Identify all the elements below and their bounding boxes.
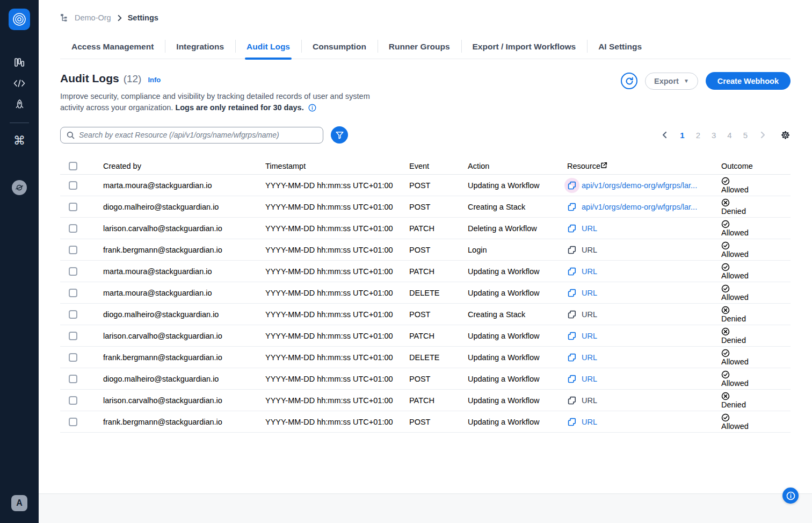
tab-consumption[interactable]: Consumption: [301, 37, 378, 59]
resource-link[interactable]: api/v1/orgs/demo-org/wfgrps/lar...: [582, 203, 697, 211]
copy-resource-icon[interactable]: [567, 267, 577, 276]
resource-link[interactable]: URL: [582, 267, 597, 276]
outcome-badge: Allowed: [721, 413, 791, 431]
resource-link[interactable]: URL: [582, 289, 597, 297]
copy-resource-icon[interactable]: [567, 331, 577, 341]
timestamp-link[interactable]: YYYY-MM-DD hh:mm:ss UTC+01:00: [257, 332, 401, 340]
copy-resource-icon[interactable]: [567, 181, 577, 190]
column-header-resource[interactable]: Resource: [559, 162, 713, 170]
search-input[interactable]: [79, 131, 317, 139]
created-by-link[interactable]: larison.carvalho@stackguardian.io: [95, 224, 257, 233]
breadcrumb-org[interactable]: Demo-Org: [75, 13, 111, 22]
tab-integrations[interactable]: Integrations: [165, 37, 235, 59]
row-checkbox[interactable]: [69, 375, 77, 383]
timestamp-link[interactable]: YYYY-MM-DD hh:mm:ss UTC+01:00: [257, 224, 401, 233]
created-by-link[interactable]: frank.bergmann@stackguardian.io: [95, 246, 257, 254]
pagination-page-1[interactable]: 1: [680, 131, 684, 140]
rocket-icon[interactable]: [13, 98, 26, 111]
row-checkbox[interactable]: [69, 289, 77, 297]
copy-resource-icon[interactable]: [567, 417, 577, 427]
created-by-link[interactable]: diogo.malheiro@stackguardian.io: [95, 310, 257, 319]
created-by-link[interactable]: marta.moura@stackguardian.io: [95, 181, 257, 190]
copy-resource-icon[interactable]: [567, 396, 577, 405]
timestamp-link[interactable]: YYYY-MM-DD hh:mm:ss UTC+01:00: [257, 289, 401, 297]
timestamp-link[interactable]: YYYY-MM-DD hh:mm:ss UTC+01:00: [257, 396, 401, 405]
tab-export-import-workflows[interactable]: Export / Import Workflows: [461, 37, 588, 59]
user-avatar[interactable]: A: [11, 495, 27, 511]
created-by-link[interactable]: larison.carvalho@stackguardian.io: [95, 332, 257, 340]
help-info-button[interactable]: [782, 488, 799, 504]
copy-resource-icon[interactable]: [567, 374, 577, 384]
tab-runner-groups[interactable]: Runner Groups: [378, 37, 461, 59]
created-by-link[interactable]: frank.bergmann@stackguardian.io: [95, 418, 257, 426]
row-checkbox[interactable]: [69, 203, 77, 211]
tab-ai-settings[interactable]: AI Settings: [587, 37, 653, 59]
resource-link[interactable]: URL: [582, 353, 597, 362]
copy-resource-icon[interactable]: [567, 202, 577, 212]
resource-link[interactable]: URL: [582, 224, 597, 233]
column-header-event[interactable]: Event: [401, 162, 459, 170]
timestamp-link[interactable]: YYYY-MM-DD hh:mm:ss UTC+01:00: [257, 375, 401, 383]
created-by-link[interactable]: larison.carvalho@stackguardian.io: [95, 396, 257, 405]
resource-link[interactable]: URL: [582, 332, 597, 340]
code-icon[interactable]: [13, 77, 26, 90]
column-header-outcome[interactable]: Outcome: [713, 162, 791, 170]
column-header-action[interactable]: Action: [459, 162, 559, 170]
refresh-button[interactable]: [621, 73, 637, 89]
copy-resource-icon[interactable]: [567, 353, 577, 362]
copy-resource-icon[interactable]: [567, 310, 577, 319]
row-checkbox[interactable]: [69, 181, 77, 190]
timestamp-link[interactable]: YYYY-MM-DD hh:mm:ss UTC+01:00: [257, 353, 401, 362]
row-checkbox[interactable]: [69, 396, 77, 405]
outcome-label: Allowed: [721, 271, 749, 280]
app-logo[interactable]: [9, 9, 30, 30]
row-checkbox[interactable]: [69, 267, 77, 276]
row-checkbox[interactable]: [69, 246, 77, 254]
pagination-next-icon[interactable]: [759, 131, 766, 139]
column-header-timestamp[interactable]: Timestampt: [257, 162, 401, 170]
resource-link[interactable]: URL: [582, 310, 597, 319]
timestamp-link[interactable]: YYYY-MM-DD hh:mm:ss UTC+01:00: [257, 267, 401, 276]
resource-link[interactable]: api/v1/orgs/demo-org/wfgrps/lar...: [582, 181, 697, 190]
created-by-link[interactable]: diogo.malheiro@stackguardian.io: [95, 203, 257, 211]
pagination-prev-icon[interactable]: [661, 131, 669, 139]
column-header-created-by[interactable]: Created by: [95, 162, 257, 170]
timestamp-link[interactable]: YYYY-MM-DD hh:mm:ss UTC+01:00: [257, 246, 401, 254]
resource-link[interactable]: URL: [582, 246, 597, 254]
created-by-link[interactable]: frank.bergmann@stackguardian.io: [95, 353, 257, 362]
copy-resource-icon[interactable]: [567, 288, 577, 298]
table-settings-gear-icon[interactable]: [780, 130, 791, 140]
filter-button[interactable]: [331, 126, 348, 144]
pagination-page-5[interactable]: 5: [743, 131, 748, 140]
retention-info-icon[interactable]: [308, 104, 316, 112]
copy-resource-icon[interactable]: [567, 245, 577, 255]
row-checkbox[interactable]: [69, 332, 77, 340]
create-webhook-button[interactable]: Create Webhook: [706, 72, 791, 90]
pagination-page-2[interactable]: 2: [696, 131, 700, 140]
tab-audit-logs[interactable]: Audit Logs: [235, 37, 301, 59]
row-checkbox[interactable]: [69, 353, 77, 362]
row-checkbox[interactable]: [69, 418, 77, 426]
info-link[interactable]: Info: [148, 76, 161, 84]
created-by-link[interactable]: marta.moura@stackguardian.io: [95, 267, 257, 276]
resource-link[interactable]: URL: [582, 396, 597, 405]
row-checkbox[interactable]: [69, 310, 77, 319]
timestamp-link[interactable]: YYYY-MM-DD hh:mm:ss UTC+01:00: [257, 203, 401, 211]
timestamp-link[interactable]: YYYY-MM-DD hh:mm:ss UTC+01:00: [257, 181, 401, 190]
row-checkbox[interactable]: [69, 224, 77, 233]
created-by-link[interactable]: marta.moura@stackguardian.io: [95, 289, 257, 297]
pagination-page-4[interactable]: 4: [727, 131, 731, 140]
resource-link[interactable]: URL: [582, 375, 597, 383]
copy-resource-icon[interactable]: [567, 224, 577, 233]
timestamp-link[interactable]: YYYY-MM-DD hh:mm:ss UTC+01:00: [257, 310, 401, 319]
planet-avatar-icon[interactable]: [12, 180, 27, 195]
pagination-page-3[interactable]: 3: [712, 131, 716, 140]
command-icon[interactable]: ⌘: [13, 134, 26, 147]
export-button[interactable]: Export ▼: [645, 73, 698, 90]
timestamp-link[interactable]: YYYY-MM-DD hh:mm:ss UTC+01:00: [257, 418, 401, 426]
tab-access-management[interactable]: Access Management: [60, 37, 165, 59]
dashboard-bars-icon[interactable]: [13, 56, 26, 69]
select-all-checkbox[interactable]: [69, 162, 77, 170]
created-by-link[interactable]: diogo.malheiro@stackguardian.io: [95, 375, 257, 383]
resource-link[interactable]: URL: [582, 418, 597, 426]
